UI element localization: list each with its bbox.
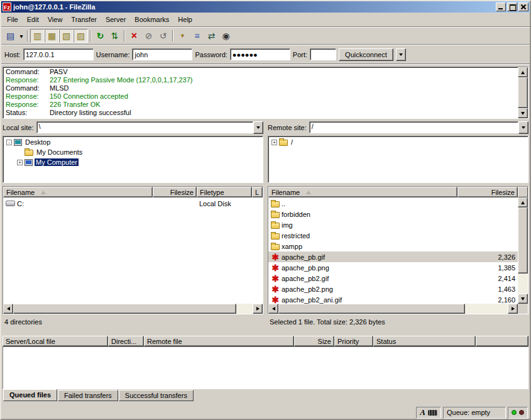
- log-entry-message: 227 Entering Passive Mode (127,0,0,1,17,…: [50, 76, 192, 84]
- site-manager-icon[interactable]: [3, 29, 18, 43]
- scrollbar-thumb[interactable]: [518, 207, 528, 274]
- file-row[interactable]: apache_pb.gif2,326: [268, 251, 518, 262]
- quickconnect-button[interactable]: Quickconnect: [339, 48, 393, 61]
- directory-comparison-icon[interactable]: [190, 29, 204, 43]
- queue-column-header[interactable]: Remote file: [144, 336, 294, 346]
- file-row[interactable]: apache_pb2.png1,463: [268, 284, 518, 294]
- menu-file[interactable]: File: [3, 14, 23, 25]
- queue-column-header[interactable]: Priority: [334, 336, 373, 346]
- log-entry: Status:Directory listing successful: [3, 109, 518, 117]
- quickconnect-dropdown-icon[interactable]: [396, 48, 406, 61]
- remote-site-label: Remote site:: [268, 124, 307, 131]
- file-row[interactable]: apache_pb.png1,385: [268, 262, 518, 273]
- site-manager-dropdown-icon[interactable]: [18, 29, 25, 43]
- scrollbar-thumb[interactable]: [518, 77, 528, 108]
- username-input[interactable]: [132, 48, 192, 60]
- column-header-filesize[interactable]: Filesize: [153, 187, 197, 197]
- menu-edit[interactable]: Edit: [23, 14, 43, 25]
- file-icon: [271, 296, 280, 304]
- tree-item-label: /: [290, 138, 294, 146]
- scroll-left-icon[interactable]: [268, 304, 278, 314]
- tab-queued-files[interactable]: Queued files: [3, 389, 57, 401]
- local-site-dropdown-icon[interactable]: [253, 121, 263, 134]
- maximize-icon[interactable]: [507, 3, 517, 11]
- close-icon[interactable]: [518, 3, 528, 11]
- log-scrollbar[interactable]: [518, 67, 528, 118]
- toggle-message-log-icon[interactable]: [30, 29, 45, 43]
- queue-column-header[interactable]: Server/Local file: [3, 336, 108, 346]
- scroll-right-icon[interactable]: [508, 304, 518, 314]
- file-row[interactable]: ..: [268, 198, 518, 209]
- refresh-icon[interactable]: [93, 29, 107, 43]
- file-row[interactable]: restricted: [268, 230, 518, 241]
- menu-server[interactable]: Server: [101, 14, 130, 25]
- local-hscrollbar[interactable]: [3, 304, 263, 314]
- scroll-down-icon[interactable]: [518, 108, 528, 118]
- tree-expand-icon[interactable]: +: [271, 140, 277, 145]
- menu-help[interactable]: Help: [173, 14, 197, 25]
- remote-site-combo[interactable]: /: [309, 121, 528, 134]
- host-label: Host:: [4, 51, 21, 58]
- queue-column-header[interactable]: Status: [373, 336, 476, 346]
- scroll-right-icon[interactable]: [253, 304, 263, 314]
- filesize-cell: 1,385: [457, 264, 518, 272]
- tree-item[interactable]: My Documents: [3, 147, 263, 157]
- tab-successful-transfers[interactable]: Successful transfers: [119, 390, 194, 401]
- scrollbar-thumb[interactable]: [278, 304, 465, 314]
- local-status-text: 4 directories: [1, 314, 265, 329]
- host-input[interactable]: [23, 48, 94, 60]
- column-header-filename[interactable]: Filename: [268, 187, 457, 197]
- column-header-filesize[interactable]: Filesize: [457, 187, 518, 197]
- local-site-combo[interactable]: \: [36, 121, 263, 134]
- password-input[interactable]: [230, 48, 290, 60]
- queue-column-header[interactable]: Directi...: [108, 336, 144, 346]
- file-row[interactable]: apache_pb2_ani.gif2,160: [268, 294, 518, 304]
- scrollbar-thumb[interactable]: [13, 304, 236, 314]
- menu-transfer[interactable]: Transfer: [67, 14, 101, 25]
- scroll-left-icon[interactable]: [3, 304, 13, 314]
- title-bar[interactable]: Fz john@127.0.0.1 - FileZilla: [1, 1, 530, 13]
- file-row[interactable]: apache_pb2.gif2,414: [268, 273, 518, 284]
- toggle-remote-tree-icon[interactable]: [59, 29, 74, 43]
- toggle-queue-icon[interactable]: [74, 29, 88, 43]
- tree-expand-icon[interactable]: +: [17, 160, 23, 165]
- queue-column-label: Status: [376, 338, 396, 345]
- local-site-value[interactable]: \: [36, 121, 253, 133]
- column-header-lastmodified[interactable]: L: [252, 187, 263, 197]
- cancel-operation-icon[interactable]: [127, 29, 141, 43]
- queue-column-label: Server/Local file: [6, 338, 55, 345]
- log-entry-type: Command:: [3, 84, 50, 92]
- disconnect-icon[interactable]: [141, 29, 156, 43]
- port-input[interactable]: [310, 48, 336, 60]
- synchronized-browsing-icon[interactable]: [204, 29, 219, 43]
- filter-icon[interactable]: [175, 29, 190, 43]
- tree-item[interactable]: -Desktop: [3, 137, 263, 147]
- remote-vscrollbar[interactable]: [518, 197, 528, 304]
- queue-column-header[interactable]: Size: [294, 336, 334, 346]
- file-row[interactable]: C:Local Disk: [3, 198, 263, 209]
- tree-item[interactable]: +/: [268, 137, 528, 147]
- file-row[interactable]: forbidden: [268, 209, 518, 219]
- queue-body[interactable]: [3, 346, 528, 389]
- toolbar-separator: [27, 30, 28, 41]
- scroll-up-icon[interactable]: [518, 67, 528, 77]
- tree-item[interactable]: +My Computer: [3, 157, 263, 167]
- menu-bookmarks[interactable]: Bookmarks: [130, 14, 173, 25]
- menu-view[interactable]: View: [43, 14, 67, 25]
- minimize-icon[interactable]: [496, 3, 506, 11]
- process-queue-icon[interactable]: [107, 29, 122, 43]
- find-files-icon[interactable]: [219, 29, 233, 43]
- file-row[interactable]: img: [268, 219, 518, 230]
- toggle-local-tree-icon[interactable]: [45, 29, 59, 43]
- file-row[interactable]: xampp: [268, 241, 518, 251]
- tab-failed-transfers[interactable]: Failed transfers: [58, 390, 118, 401]
- reconnect-icon[interactable]: [156, 29, 170, 43]
- remote-site-value[interactable]: /: [309, 121, 518, 133]
- remote-site-dropdown-icon[interactable]: [518, 121, 528, 134]
- remote-hscrollbar[interactable]: [268, 304, 528, 314]
- column-header-filetype[interactable]: Filetype: [197, 187, 252, 197]
- scroll-up-icon[interactable]: [518, 197, 528, 207]
- column-header-filename[interactable]: Filename: [3, 187, 153, 197]
- tree-collapse-icon[interactable]: -: [6, 140, 12, 145]
- scroll-down-icon[interactable]: [518, 294, 528, 304]
